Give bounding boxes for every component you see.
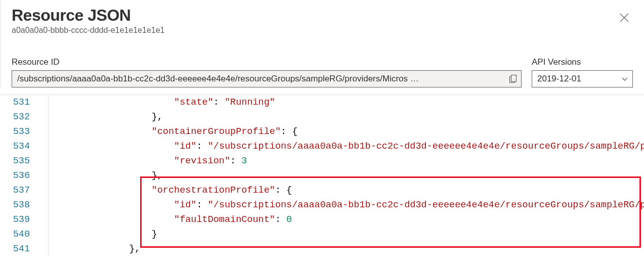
code-line: 537 "orchestrationProfile": { [0,183,644,198]
code-editor[interactable]: 531 "state": "Running"532 },533 "contain… [0,95,644,256]
code-content: "faultDomainCount": 0 [49,212,292,227]
code-line: 533 "containerGroupProfile": { [0,124,644,139]
line-number: 533 [0,124,49,139]
copy-icon[interactable] [509,74,517,83]
code-line: 538 "id": "/subscriptions/aaaa0a0a-bb1b-… [0,198,644,212]
line-number: 540 [0,227,49,242]
code-line: 535 "revision": 3 [0,154,644,168]
code-line: 540 } [0,227,644,242]
code-line: 532 }, [0,110,644,124]
code-line: 534 "id": "/subscriptions/aaaa0a0a-bb1b-… [0,139,644,154]
line-number: 538 [0,198,49,212]
svg-rect-0 [511,75,517,82]
resource-guid: a0a0a0a0-bbbb-cccc-dddd-e1e1e1e1e1e1 [12,26,164,35]
code-content: "orchestrationProfile": { [49,183,292,198]
code-content: "id": "/subscriptions/aaaa0a0a-bb1b-cc2c… [49,198,644,212]
resource-id-field[interactable]: /subscriptions/aaaa0a0a-bb1b-cc2c-dd3d-e… [12,70,522,87]
line-number: 536 [0,168,49,183]
code-line: 541 }, [0,242,644,256]
code-content: "id": "/subscriptions/aaaa0a0a-bb1b-cc2c… [49,139,644,154]
line-number: 531 [0,95,49,110]
code-content: }, [49,242,140,256]
line-number: 532 [0,110,49,124]
code-content: }, [49,168,163,183]
code-line: 531 "state": "Running" [0,95,644,110]
page-title: Resource JSON [12,6,164,25]
line-number: 539 [0,212,49,227]
api-versions-dropdown[interactable]: 2019-12-01 [532,70,633,87]
line-number: 535 [0,154,49,168]
code-content: "containerGroupProfile": { [49,124,297,139]
api-versions-label: API Versions [532,57,633,67]
code-content: }, [49,110,163,124]
close-icon [620,13,629,22]
line-number: 534 [0,139,49,154]
code-content: "revision": 3 [49,154,247,168]
line-number: 537 [0,183,49,198]
code-line: 536 }, [0,168,644,183]
resource-id-value: /subscriptions/aaaa0a0a-bb1b-cc2c-dd3d-e… [17,74,509,84]
code-content: "state": "Running" [49,95,275,110]
code-content: } [49,227,157,242]
line-number: 541 [0,242,49,256]
chevron-down-icon [621,75,628,82]
api-versions-value: 2019-12-01 [537,74,621,84]
close-button[interactable] [616,9,633,28]
code-line: 539 "faultDomainCount": 0 [0,212,644,227]
resource-id-label: Resource ID [12,57,522,67]
